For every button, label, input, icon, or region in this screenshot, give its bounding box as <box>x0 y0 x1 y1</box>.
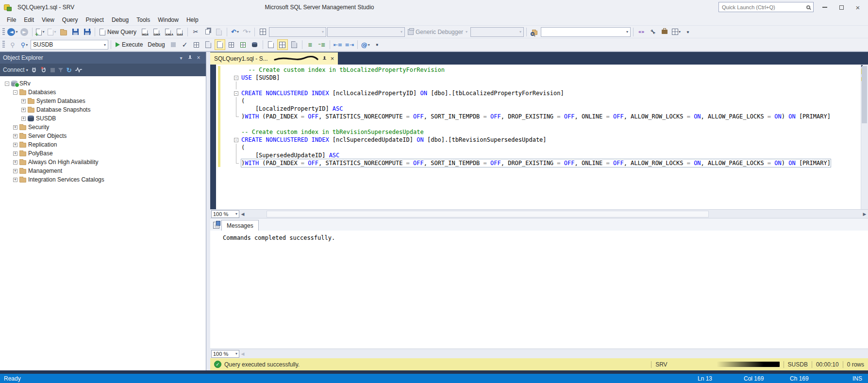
disconnect-plug-icon[interactable] <box>41 67 48 73</box>
expand-expander[interactable]: + <box>13 160 17 165</box>
expand-expander[interactable]: + <box>21 99 26 103</box>
database-arrow-icon[interactable] <box>250 39 260 50</box>
expand-expander[interactable]: + <box>13 151 17 156</box>
expand-expander[interactable]: + <box>13 169 17 173</box>
minimize-button[interactable] <box>817 0 833 15</box>
tree-item-polybase[interactable]: +PolyBase <box>0 149 206 158</box>
menu-item-project[interactable]: Project <box>82 15 108 25</box>
generic-debugger-dropdown[interactable]: Generic Debugger▾ <box>406 29 469 35</box>
results-text-icon[interactable] <box>266 39 276 50</box>
xmla-query-icon[interactable]: XMLA <box>163 27 173 37</box>
stop-button[interactable] <box>168 39 179 50</box>
new-query-button[interactable]: New Query <box>98 29 138 35</box>
tree-item-database-snapshots[interactable]: +Database Snapshots <box>0 105 206 114</box>
connect-plug-icon[interactable] <box>31 67 38 73</box>
messages-zoom-dropdown[interactable]: 100 %▾ <box>211 350 239 358</box>
expand-expander[interactable]: + <box>13 125 17 130</box>
expand-expander[interactable]: + <box>13 178 17 182</box>
query-options-icon[interactable] <box>203 39 214 50</box>
pin-icon[interactable] <box>185 55 194 61</box>
expand-expander[interactable]: + <box>13 143 17 147</box>
tree-item-management[interactable]: +Management <box>0 167 206 175</box>
object-explorer-titlebar[interactable]: Object Explorer ▾ × <box>0 52 206 64</box>
expand-expander[interactable]: + <box>21 117 26 121</box>
execute-button[interactable]: Execute <box>114 41 145 48</box>
save-icon[interactable] <box>70 27 81 37</box>
navigate-forward-button[interactable]: ► <box>19 27 30 37</box>
tree-item-databases[interactable]: -Databases <box>0 88 206 97</box>
new-file-icon[interactable]: +▾ <box>35 27 46 37</box>
search-icon[interactable] <box>806 5 810 9</box>
close-button[interactable]: × <box>850 0 866 15</box>
xml-editor-icon[interactable]: «» <box>636 27 647 37</box>
estimated-plan-icon[interactable] <box>191 39 202 50</box>
live-stats-icon[interactable] <box>226 39 237 50</box>
change-connection-icon[interactable]: ⚲▾ <box>19 39 30 50</box>
dax-query-icon[interactable]: DAX <box>174 27 185 37</box>
results-file-icon[interactable] <box>289 39 300 50</box>
solution-configurations-combobox[interactable]: ▾ <box>269 27 326 37</box>
tree-item-replication[interactable]: +Replication <box>0 140 206 149</box>
quick-launch-input[interactable] <box>722 4 806 10</box>
fold-collapse-box[interactable]: - <box>233 74 241 82</box>
tree-item-always-on-high-availability[interactable]: +Always On High Availability <box>0 158 206 167</box>
tree-item-system-databases[interactable]: +System Databases <box>0 97 206 105</box>
save-all-icon[interactable] <box>82 27 92 37</box>
connect-dropdown[interactable]: Connect▾ <box>3 67 28 73</box>
menu-item-view[interactable]: View <box>38 15 58 25</box>
debug-target-combobox[interactable]: ▾ <box>470 27 524 37</box>
navigate-back-button[interactable]: ◄▾ <box>7 27 18 37</box>
menu-item-help[interactable]: Help <box>183 15 202 25</box>
client-stats-icon[interactable] <box>238 39 249 50</box>
horizontal-scrollbar-thumb[interactable] <box>267 211 709 217</box>
properties-wrench-icon[interactable]: 🔧︎ <box>648 27 658 37</box>
scroll-left-arrow[interactable]: ◀ <box>239 212 246 216</box>
connect-icon[interactable]: ⚲ <box>7 39 18 50</box>
filter-icon[interactable] <box>58 67 64 73</box>
tree-item-srv[interactable]: -SRv <box>0 79 206 88</box>
activity-monitor-icon[interactable] <box>75 67 83 73</box>
toolbox-icon[interactable] <box>659 27 670 37</box>
uncomment-icon[interactable]: ⁼≣ <box>317 39 327 50</box>
activity-monitor-icon[interactable] <box>257 27 268 37</box>
copy-icon[interactable] <box>202 27 213 37</box>
increase-indent-icon[interactable]: ≡⇥ <box>344 39 355 50</box>
scroll-right-arrow[interactable]: ▶ <box>861 212 868 216</box>
results-grid-icon[interactable] <box>277 39 288 50</box>
quick-launch-box[interactable] <box>718 2 814 12</box>
menu-item-debug[interactable]: Debug <box>108 15 133 25</box>
tree-item-server-objects[interactable]: +Server Objects <box>0 132 206 140</box>
tab-sqlquery1[interactable]: SQLQuery1.sql - S... × <box>210 52 338 65</box>
collapse-expander[interactable]: - <box>13 90 17 95</box>
tree-item-susdb[interactable]: +SUSDB <box>0 114 206 123</box>
expand-expander[interactable]: + <box>21 108 26 112</box>
menu-item-window[interactable]: Window <box>154 15 183 25</box>
stop-icon[interactable] <box>50 68 55 72</box>
cut-icon[interactable]: ✂ <box>190 27 201 37</box>
menu-item-edit[interactable]: Edit <box>20 15 38 25</box>
undo-icon[interactable]: ↶▾ <box>230 27 240 37</box>
intellisense-toggle-icon[interactable] <box>215 39 225 50</box>
panel-splitter[interactable] <box>206 52 210 370</box>
panel-menu-icon[interactable]: ▾ <box>177 55 185 61</box>
toolbar-grip[interactable] <box>2 41 5 49</box>
specify-template-values-icon[interactable]: @▾ <box>360 39 371 50</box>
decrease-indent-icon[interactable]: ⇤≡ <box>333 39 343 50</box>
scroll-left-arrow[interactable]: ◀ <box>239 351 246 356</box>
tree-item-security[interactable]: +Security <box>0 123 206 132</box>
menu-item-query[interactable]: Query <box>58 15 82 25</box>
add-item-icon[interactable]: ▾ <box>47 27 57 37</box>
tab-messages[interactable]: Messages <box>221 220 259 231</box>
dmx-query-icon[interactable]: DMX <box>151 27 162 37</box>
open-file-icon[interactable] <box>58 27 69 37</box>
solution-platforms-combobox[interactable]: ▾ <box>327 27 405 37</box>
debug-button[interactable]: Debug <box>146 41 167 48</box>
mdx-query-icon[interactable]: MDX <box>139 27 150 37</box>
restore-button[interactable] <box>833 0 850 15</box>
tree-item-integration-services-catalogs[interactable]: +Integration Services Catalogs <box>0 175 206 184</box>
messages-output[interactable]: Commands completed successfully. <box>210 231 868 349</box>
vertical-scrollbar-thumb[interactable] <box>862 66 867 123</box>
parse-button[interactable]: ✓ <box>180 39 190 50</box>
toolbar-overflow-button[interactable]: ▾‗ <box>372 39 383 50</box>
find-in-files-icon[interactable] <box>529 27 540 37</box>
